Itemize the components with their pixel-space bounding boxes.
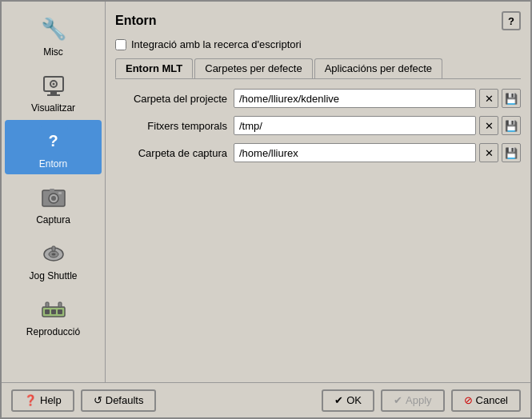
sidebar-item-captura-label: Captura bbox=[36, 214, 70, 225]
sidebar-item-entorn-label: Entorn bbox=[39, 158, 67, 170]
ok-btn-label: OK bbox=[346, 394, 362, 406]
sidebar-item-reproduccio-label: Reproducció bbox=[26, 326, 80, 337]
cancel-btn-label: Cancel bbox=[476, 394, 508, 406]
apply-btn-icon: ✔ bbox=[394, 394, 402, 406]
sidebar-item-reproduccio[interactable]: Reproducció bbox=[5, 288, 102, 342]
svg-rect-20 bbox=[46, 302, 49, 307]
defaults-button[interactable]: ↺ Defaults bbox=[81, 389, 157, 412]
temp-files-input[interactable] bbox=[234, 116, 476, 135]
sidebar-item-captura[interactable]: Captura bbox=[5, 176, 102, 230]
entorn-icon: ? bbox=[38, 125, 70, 157]
ok-btn-icon: ✔ bbox=[334, 394, 343, 406]
field-wrap-project: ✕ 💾 bbox=[234, 89, 521, 108]
sidebar-item-entorn[interactable]: ? Entorn bbox=[5, 120, 102, 174]
svg-rect-1 bbox=[50, 91, 57, 94]
sidebar-item-misc-label: Misc bbox=[43, 46, 63, 58]
jog-shuttle-icon bbox=[38, 237, 70, 269]
capture-folder-btn[interactable]: 💾 bbox=[502, 143, 521, 162]
field-label-capture: Carpeta de captura bbox=[115, 147, 227, 159]
form-row-temp: Fitxers temporals ✕ 💾 bbox=[115, 116, 521, 135]
tab-entorn-mlt[interactable]: Entorn MLT bbox=[115, 58, 193, 78]
reproduccio-icon bbox=[38, 293, 70, 325]
form-section: Carpeta del projecte ✕ 💾 Fitxers tempora… bbox=[115, 89, 521, 373]
field-label-project: Carpeta del projecte bbox=[115, 93, 227, 105]
tab-carpetes-defecte[interactable]: Carpetes per defecte bbox=[194, 58, 312, 78]
sidebar-item-jog-shuttle[interactable]: Jog Shuttle bbox=[5, 232, 102, 286]
entorn-question-icon: ? bbox=[39, 126, 68, 155]
sidebar-item-visualitzar-label: Visualitzar bbox=[31, 102, 75, 114]
visualitzar-icon bbox=[38, 69, 70, 101]
svg-rect-9 bbox=[50, 189, 54, 191]
help-icon-button[interactable]: ? bbox=[502, 11, 521, 30]
temp-clear-btn[interactable]: ✕ bbox=[479, 116, 498, 135]
svg-rect-16 bbox=[45, 309, 50, 314]
svg-point-8 bbox=[51, 196, 56, 201]
dialog-footer: ❓ Help ↺ Defaults ✔ OK ✔ Apply ⊘ Cancel bbox=[2, 382, 530, 417]
cancel-btn-icon: ⊘ bbox=[464, 394, 473, 406]
project-folder-btn[interactable]: 💾 bbox=[502, 89, 521, 108]
help-button[interactable]: ❓ Help bbox=[11, 389, 74, 412]
sidebar: 🔧 Misc Visualitzar bbox=[2, 2, 106, 382]
integration-checkbox[interactable] bbox=[115, 39, 126, 50]
dialog: 🔧 Misc Visualitzar bbox=[0, 0, 532, 419]
captura-icon bbox=[38, 181, 70, 213]
footer-left: ❓ Help ↺ Defaults bbox=[11, 389, 156, 412]
apply-btn-label: Apply bbox=[406, 394, 432, 406]
svg-rect-2 bbox=[47, 94, 60, 96]
main-header: Entorn ? bbox=[115, 11, 521, 30]
form-row-project: Carpeta del projecte ✕ 💾 bbox=[115, 89, 521, 108]
cancel-button[interactable]: ⊘ Cancel bbox=[451, 389, 521, 412]
tabs-container: Entorn MLT Carpetes per defecte Aplicaci… bbox=[115, 58, 521, 79]
capture-folder-input[interactable] bbox=[234, 143, 476, 162]
form-row-capture: Carpeta de captura ✕ 💾 bbox=[115, 143, 521, 162]
sidebar-item-visualitzar[interactable]: Visualitzar bbox=[5, 64, 102, 118]
page-title: Entorn bbox=[115, 14, 157, 28]
temp-folder-btn[interactable]: 💾 bbox=[502, 116, 521, 135]
main-content: Entorn ? Integració amb la recerca d'esc… bbox=[106, 2, 530, 382]
svg-rect-10 bbox=[58, 192, 62, 194]
defaults-btn-label: Defaults bbox=[106, 394, 144, 406]
project-clear-btn[interactable]: ✕ bbox=[479, 89, 498, 108]
svg-point-4 bbox=[52, 83, 54, 86]
project-folder-input[interactable] bbox=[234, 89, 476, 108]
checkbox-row: Integració amb la recerca d'escriptori bbox=[115, 38, 521, 50]
tab-aplicacions-defecte[interactable]: Aplicacións per defecte bbox=[314, 58, 442, 78]
footer-right: ✔ OK ✔ Apply ⊘ Cancel bbox=[322, 389, 521, 412]
capture-clear-btn[interactable]: ✕ bbox=[479, 143, 498, 162]
misc-icon: 🔧 bbox=[38, 13, 70, 45]
svg-rect-17 bbox=[51, 309, 56, 314]
svg-rect-18 bbox=[58, 309, 62, 314]
field-wrap-temp: ✕ 💾 bbox=[234, 116, 521, 135]
integration-label[interactable]: Integració amb la recerca d'escriptori bbox=[131, 38, 302, 50]
defaults-btn-icon: ↺ bbox=[94, 394, 102, 406]
svg-rect-14 bbox=[52, 246, 55, 251]
help-btn-icon: ❓ bbox=[24, 394, 37, 406]
apply-button[interactable]: ✔ Apply bbox=[381, 389, 445, 412]
sidebar-item-jog-shuttle-label: Jog Shuttle bbox=[29, 270, 77, 281]
sidebar-item-misc[interactable]: 🔧 Misc bbox=[5, 8, 102, 62]
dialog-body: 🔧 Misc Visualitzar bbox=[2, 2, 530, 382]
svg-point-13 bbox=[51, 253, 55, 256]
field-wrap-capture: ✕ 💾 bbox=[234, 143, 521, 162]
svg-rect-21 bbox=[58, 302, 62, 307]
ok-button[interactable]: ✔ OK bbox=[322, 389, 374, 412]
field-label-temp: Fitxers temporals bbox=[115, 120, 227, 132]
help-btn-label: Help bbox=[40, 394, 62, 406]
